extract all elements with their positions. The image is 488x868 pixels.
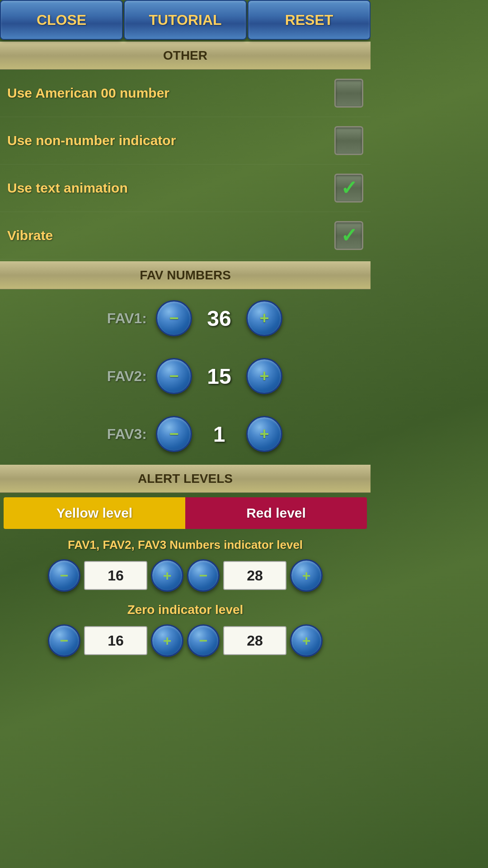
alert-description: FAV1, FAV2, FAV3 Numbers indicator level (0, 533, 371, 555)
alert-yellow-value[interactable]: 16 (84, 561, 147, 590)
zero-yellow-plus-button[interactable]: + (151, 624, 183, 657)
fav2-minus-button[interactable]: − (156, 358, 192, 394)
zero-yellow-value[interactable]: 16 (84, 626, 147, 655)
fav1-minus-button[interactable]: − (156, 300, 192, 336)
red-level-label: Red level (185, 497, 367, 529)
top-bar: CLOSE TUTORIAL RESET (0, 0, 371, 40)
fav2-plus-button[interactable]: + (246, 358, 282, 394)
fav1-plus-button[interactable]: + (246, 300, 282, 336)
fav3-minus-button[interactable]: − (156, 416, 192, 452)
non-number-row: Use non-number indicator (0, 117, 371, 165)
yellow-level-label: Yellow level (4, 497, 185, 529)
alert-controls-row: − 16 + − 28 + (0, 555, 371, 596)
vibrate-row: Vibrate (0, 212, 371, 259)
text-anim-checkbox[interactable] (334, 174, 363, 203)
alert-yellow-minus-button[interactable]: − (48, 559, 80, 592)
fav1-value: 36 (201, 306, 237, 331)
american00-label: Use American 00 number (7, 85, 169, 101)
alert-red-minus-button[interactable]: − (187, 559, 220, 592)
fav3-value: 1 (201, 422, 237, 447)
zero-controls-row: − 16 + − 28 + (0, 620, 371, 661)
vibrate-checkbox[interactable] (334, 221, 363, 250)
fav3-row: FAV3: − 1 + (0, 405, 371, 463)
alert-yellow-plus-button[interactable]: + (151, 559, 183, 592)
fav3-label: FAV3: (88, 426, 147, 443)
fav2-label: FAV2: (88, 368, 147, 385)
zero-yellow-minus-button[interactable]: − (48, 624, 80, 657)
zero-indicator-label: Zero indicator level (0, 596, 371, 620)
non-number-checkbox[interactable] (334, 126, 363, 155)
fav2-row: FAV2: − 15 + (0, 347, 371, 405)
text-anim-label: Use text animation (7, 180, 128, 196)
alert-levels-section-header: ALERT LEVELS (0, 465, 371, 493)
zero-red-value[interactable]: 28 (223, 626, 286, 655)
alert-red-value[interactable]: 28 (223, 561, 286, 590)
non-number-label: Use non-number indicator (7, 133, 176, 148)
fav1-label: FAV1: (88, 310, 147, 327)
reset-button[interactable]: RESET (248, 0, 371, 40)
fav1-row: FAV1: − 36 + (0, 289, 371, 347)
close-button[interactable]: CLOSE (0, 0, 123, 40)
alert-red-plus-button[interactable]: + (290, 559, 323, 592)
fav-numbers-section-header: FAV NUMBERS (0, 261, 371, 289)
alert-bar: Yellow level Red level (4, 497, 367, 529)
zero-red-minus-button[interactable]: − (187, 624, 220, 657)
other-section-header: OTHER (0, 42, 371, 70)
tutorial-button[interactable]: TUTORIAL (124, 0, 247, 40)
text-anim-row: Use text animation (0, 165, 371, 212)
vibrate-label: Vibrate (7, 228, 53, 243)
american00-checkbox[interactable] (334, 79, 363, 108)
american00-row: Use American 00 number (0, 70, 371, 117)
zero-red-plus-button[interactable]: + (290, 624, 323, 657)
fav3-plus-button[interactable]: + (246, 416, 282, 452)
fav2-value: 15 (201, 364, 237, 389)
